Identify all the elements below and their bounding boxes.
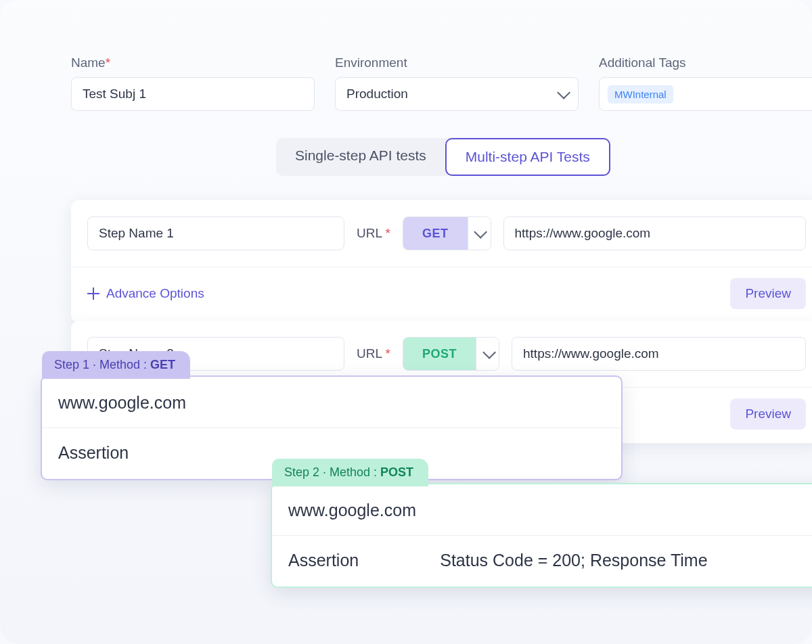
popover-tab-1-prefix: Step 1 · Method : [54,358,150,371]
tab-single-step[interactable]: Single-step API tests [276,138,445,176]
tags-input[interactable]: MWInternal [599,77,812,111]
url-input-1[interactable] [503,216,806,250]
name-field-group: Name* [71,55,315,111]
popover-2-url: www.google.com [272,484,812,535]
step-footer-1: Advance Options Preview [71,267,812,323]
advance-options-label-1: Advance Options [106,286,204,301]
url-label-2: URL * [357,346,390,361]
popover-1-assertion-label: Assertion [58,443,129,463]
popover-tab-1-method: GET [150,358,175,371]
url-input-2[interactable] [512,337,806,371]
method-select-2[interactable]: POST [403,337,499,371]
chevron-down-icon [474,225,487,239]
popover-step-2: Step 2 · Method : POST www.google.com As… [271,483,812,588]
url-label-text-2: URL [357,346,382,361]
environment-label: Environment [335,55,579,70]
method-pill-get: GET [403,217,468,250]
tab-multi-step[interactable]: Multi-step API Tests [445,138,610,176]
popover-tab-1: Step 1 · Method : GET [42,351,190,379]
url-label-1: URL * [357,226,390,241]
tags-label: Additional Tags [599,55,812,70]
method-caret-1 [468,217,491,250]
chevron-down-icon [482,346,496,359]
name-label-text: Name [71,55,106,70]
popover-tab-2-method: POST [380,465,413,479]
preview-button-2[interactable]: Preview [730,398,806,430]
environment-select[interactable]: Production [335,77,579,111]
popover-2-assertion-value: Status Code = 200; Response Time [440,551,707,570]
environment-value: Production [346,87,408,101]
method-select-1[interactable]: GET [403,216,491,250]
popover-2-assertion-row: Assertion Status Code = 200; Response Ti… [272,536,812,586]
popover-tab-2-prefix: Step 2 · Method : [284,465,380,479]
advance-options-1[interactable]: Advance Options [87,286,204,301]
method-caret-2 [476,338,499,370]
canvas: Name* Environment Production Additional … [0,0,812,644]
url-label-text-1: URL [357,226,382,240]
form-header: Name* Environment Production Additional … [71,55,812,111]
name-required: * [106,55,110,70]
url-required-1: * [386,226,390,240]
tag-chip[interactable]: MWInternal [608,85,673,104]
environment-field-group: Environment Production [335,55,579,111]
test-type-tabs: Single-step API tests Multi-step API Tes… [276,138,610,176]
popover-1-url: www.google.com [42,377,621,428]
name-input[interactable] [71,77,315,111]
method-pill-post: POST [403,338,476,370]
popover-tab-2: Step 2 · Method : POST [272,459,428,486]
plus-icon [87,288,99,300]
name-label: Name* [71,55,315,70]
chevron-down-icon [557,86,570,99]
step-row-1: URL * GET [71,216,812,267]
popover-2-assertion-label: Assertion [288,551,359,570]
step-card-1: URL * GET Advance Options Preview [71,200,812,323]
url-required-2: * [386,346,390,361]
step-name-input-1[interactable] [87,216,344,250]
preview-button-1[interactable]: Preview [730,278,806,309]
tags-field-group: Additional Tags MWInternal [599,55,812,111]
